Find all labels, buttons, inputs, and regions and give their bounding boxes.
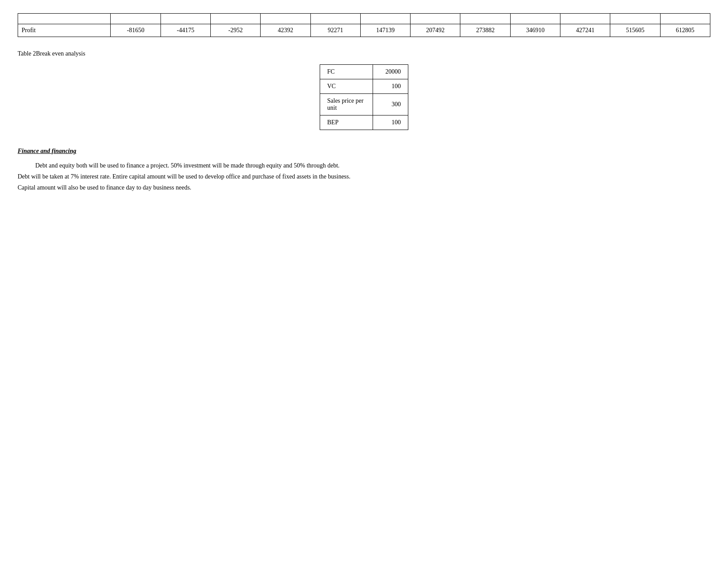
profit-val-8: 273882 xyxy=(460,24,510,37)
profit-val-9: 346910 xyxy=(510,24,560,37)
finance-heading: Finance and financing xyxy=(18,148,710,155)
bea-row-bep: BEP 100 xyxy=(320,115,408,130)
bea-label-sales: Sales price perunit xyxy=(320,94,373,115)
bea-row-fc: FC 20000 xyxy=(320,65,408,79)
profit-val-6: 147139 xyxy=(360,24,410,37)
break-even-wrapper: FC 20000 VC 100 Sales price perunit 300 … xyxy=(18,64,710,130)
profit-val-12: 612805 xyxy=(660,24,710,37)
profit-val-2: -44175 xyxy=(161,24,210,37)
bea-row-sales: Sales price perunit 300 xyxy=(320,94,408,115)
finance-body: Debt and equity both will be used to fin… xyxy=(18,160,710,194)
bea-label-fc: FC xyxy=(320,65,373,79)
profit-label: Profit xyxy=(18,24,111,37)
profit-val-11: 515605 xyxy=(610,24,660,37)
finance-para1: Debt and equity both will be used to fin… xyxy=(18,160,710,171)
profit-val-3: -2952 xyxy=(211,24,261,37)
profit-table: Profit -81650 -44175 -2952 42392 92271 1… xyxy=(18,13,710,37)
bea-value-bep: 100 xyxy=(373,115,408,130)
profit-val-4: 42392 xyxy=(261,24,310,37)
finance-para2: Debt will be taken at 7% interest rate. … xyxy=(18,171,710,182)
table-empty-row xyxy=(18,14,710,24)
bea-value-fc: 20000 xyxy=(373,65,408,79)
profit-val-10: 427241 xyxy=(560,24,610,37)
bea-value-vc: 100 xyxy=(373,79,408,94)
profit-val-1: -81650 xyxy=(111,24,161,37)
profit-table-wrapper: Profit -81650 -44175 -2952 42392 92271 1… xyxy=(18,13,710,37)
profit-val-5: 92271 xyxy=(310,24,360,37)
table-caption: Table 2Break even analysis xyxy=(18,50,710,57)
profit-val-7: 207492 xyxy=(411,24,460,37)
bea-label-bep: BEP xyxy=(320,115,373,130)
finance-section: Finance and financing Debt and equity bo… xyxy=(18,148,710,194)
break-even-table: FC 20000 VC 100 Sales price perunit 300 … xyxy=(320,64,408,130)
bea-row-vc: VC 100 xyxy=(320,79,408,94)
bea-label-vc: VC xyxy=(320,79,373,94)
finance-para3: Capital amount will also be used to fina… xyxy=(18,182,710,193)
profit-row: Profit -81650 -44175 -2952 42392 92271 1… xyxy=(18,24,710,37)
bea-value-sales: 300 xyxy=(373,94,408,115)
